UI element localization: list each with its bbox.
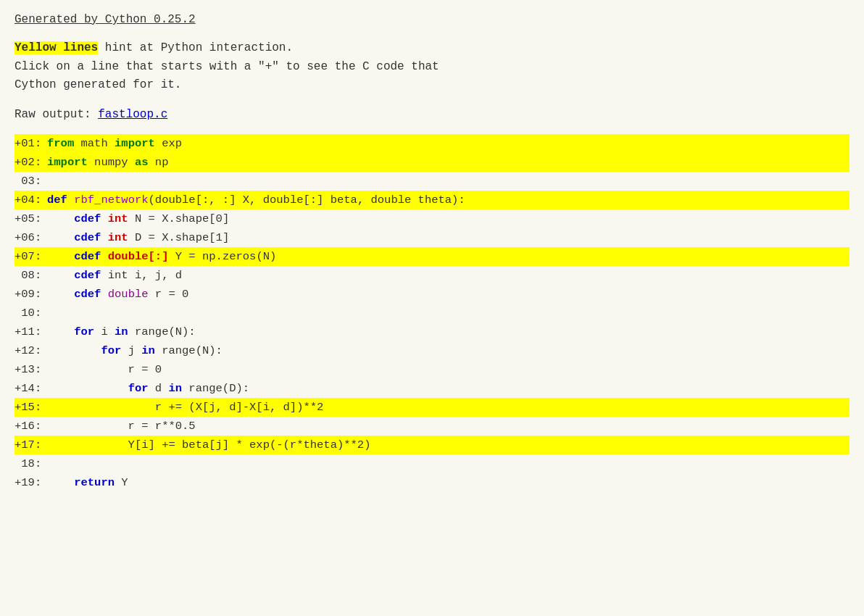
token	[47, 344, 101, 357]
line-number: +17:	[14, 436, 47, 454]
code-block: +01:from math import exp+02:import numpy…	[14, 134, 850, 492]
token	[47, 325, 74, 338]
token: Y = np.zeros(N)	[168, 250, 276, 263]
yellow-lines-highlight: Yellow lines	[14, 41, 98, 54]
code-line-11[interactable]: +11: for i in range(N):	[14, 322, 850, 341]
line-content: r = r**0.5	[47, 417, 196, 435]
code-line-5[interactable]: +05: cdef int N = X.shape[0]	[14, 209, 850, 228]
line-number: +05:	[14, 210, 47, 228]
intro-line3: Cython generated for it.	[14, 76, 850, 95]
fastloop-link[interactable]: fastloop.c	[98, 108, 167, 121]
line-content: r += (X[j, d]-X[i, d])**2	[47, 399, 323, 416]
token	[47, 212, 74, 225]
token: int	[108, 212, 128, 225]
line-content: Y[i] += beta[j] * exp(-(r*theta)**2)	[47, 436, 370, 454]
line-content: cdef double[:] Y = np.zeros(N)	[47, 248, 276, 265]
token: as	[135, 156, 149, 169]
page-header: Generated by Cython 0.25.2	[14, 13, 850, 26]
token: range(D):	[182, 382, 249, 395]
line-number: +02:	[14, 154, 47, 171]
code-line-2[interactable]: +02:import numpy as np	[14, 153, 850, 172]
line-number: +04:	[14, 191, 47, 209]
token: in	[141, 344, 155, 357]
token: r = 0	[47, 363, 162, 376]
line-number: +12:	[14, 342, 47, 359]
code-line-10: 10:	[14, 304, 850, 322]
line-number: +15:	[14, 399, 47, 416]
token: import	[47, 156, 88, 169]
token: i	[94, 325, 115, 338]
token	[101, 231, 107, 244]
intro-line2: Click on a line that starts with a "+" t…	[14, 58, 850, 77]
token: cdef	[74, 269, 101, 282]
code-line-6[interactable]: +06: cdef int D = X.shape[1]	[14, 228, 850, 247]
line-content: cdef int N = X.shape[0]	[47, 210, 229, 228]
line-number: +16:	[14, 417, 47, 435]
token: cdef	[74, 212, 101, 225]
line-content: for d in range(D):	[47, 380, 249, 397]
raw-output: Raw output: fastloop.c	[14, 108, 850, 121]
intro-line1: Yellow lines hint at Python interaction.	[14, 39, 850, 58]
token	[101, 250, 107, 263]
token: np	[149, 156, 169, 169]
code-line-19[interactable]: +19: return Y	[14, 473, 850, 492]
token	[101, 212, 107, 225]
code-line-16[interactable]: +16: r = r**0.5	[14, 417, 850, 436]
line-number: +01:	[14, 135, 47, 152]
line-content: from math import exp	[47, 135, 182, 152]
token: Y[i] += beta[j] * exp(-(r*theta)**2)	[47, 438, 370, 451]
line-content: for j in range(N):	[47, 342, 223, 359]
code-line-4[interactable]: +04:def rbf_network(double[:, :] X, doub…	[14, 191, 850, 209]
token: from	[47, 137, 74, 150]
token: range(N):	[128, 325, 196, 338]
token	[101, 288, 107, 301]
line-content: def rbf_network(double[:, :] X, double[:…	[47, 191, 465, 209]
token: numpy	[88, 156, 135, 169]
line-number: +14:	[14, 380, 47, 397]
code-line-12[interactable]: +12: for j in range(N):	[14, 341, 850, 360]
code-line-9[interactable]: +09: cdef double r = 0	[14, 285, 850, 304]
line-number: +19:	[14, 474, 47, 491]
token: for	[74, 325, 94, 338]
token: r += (X[j, d]-X[i, d])**2	[47, 401, 323, 414]
line-content: cdef double r = 0	[47, 286, 188, 303]
line-content: for i in range(N):	[47, 323, 196, 341]
token: for	[128, 382, 149, 395]
token	[47, 269, 74, 282]
token: double	[108, 288, 149, 301]
line-content: return Y	[47, 474, 128, 491]
code-line-13[interactable]: +13: r = 0	[14, 360, 850, 379]
code-line-1[interactable]: +01:from math import exp	[14, 134, 850, 153]
code-line-3: 03:	[14, 172, 850, 191]
line-content: cdef int i, j, d	[47, 267, 182, 284]
line-number: 08:	[14, 267, 47, 284]
token: N = X.shape[0]	[128, 212, 230, 225]
token	[47, 382, 128, 395]
code-line-15[interactable]: +15: r += (X[j, d]-X[i, d])**2	[14, 398, 850, 417]
token: int	[108, 231, 128, 244]
token: exp	[155, 137, 182, 150]
token: r = r**0.5	[47, 420, 196, 433]
token: range(N):	[155, 344, 223, 357]
line-number: 03:	[14, 172, 47, 190]
code-line-7[interactable]: +07: cdef double[:] Y = np.zeros(N)	[14, 247, 850, 266]
token: in	[168, 382, 182, 395]
raw-output-label: Raw output:	[14, 108, 98, 121]
token: rbf_network	[74, 193, 148, 207]
token: cdef	[74, 231, 101, 244]
line-number: 18:	[14, 455, 47, 473]
token: r = 0	[149, 288, 189, 301]
code-line-17[interactable]: +17: Y[i] += beta[j] * exp(-(r*theta)**2…	[14, 436, 850, 454]
token: for	[101, 344, 121, 357]
line-number: +11:	[14, 323, 47, 341]
line-content: import numpy as np	[47, 154, 168, 171]
intro-section: Yellow lines hint at Python interaction.…	[14, 39, 850, 95]
token: def	[47, 193, 67, 207]
code-line-8: 08: cdef int i, j, d	[14, 266, 850, 285]
token: return	[74, 476, 115, 489]
token: int i, j, d	[101, 269, 182, 282]
code-line-14[interactable]: +14: for d in range(D):	[14, 379, 850, 398]
token: (double[:, :] X, double[:] beta, double …	[149, 193, 465, 207]
line-number: +13:	[14, 361, 47, 378]
token	[47, 288, 74, 301]
